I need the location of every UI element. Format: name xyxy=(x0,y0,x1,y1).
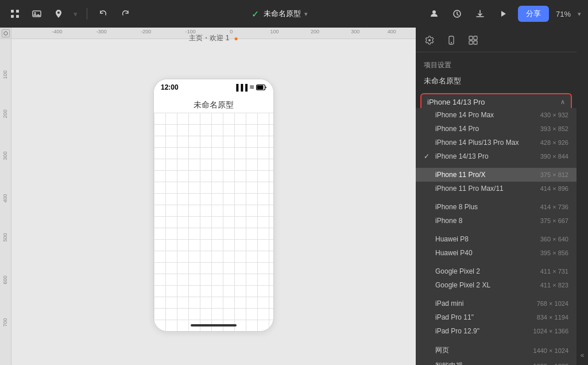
canvas-area[interactable]: -400 -300 -200 -100 0 100 200 300 400 10… xyxy=(0,28,416,365)
dropdown-item[interactable]: iPhone 14 Pro393 × 852 xyxy=(416,122,577,136)
dropdown-item-name: Huawei P8 xyxy=(435,235,528,243)
dropdown-item-size: 768 × 1024 xyxy=(528,300,568,307)
right-panel: 项目设置 未命名原型 iPhone 14/13 Pro ∧ iPhone 14 … xyxy=(416,28,577,365)
device-selector-text: iPhone 14/13 Pro xyxy=(427,98,485,106)
dropdown-item[interactable]: Google Pixel 2 XL411 × 823 xyxy=(416,278,577,292)
dropdown-item-size: 414 × 736 xyxy=(528,203,568,210)
check-icon: ✓ xyxy=(252,9,259,20)
canvas-content[interactable]: 主页・欢迎 1 ● 12:00 ▐▐▐ ≋ 未命名原型 xyxy=(11,28,416,365)
tab-device[interactable] xyxy=(443,32,459,48)
dropdown-item-name: iPhone 8 xyxy=(435,217,528,225)
dropdown-item[interactable]: iPhone 11 Pro Max/11414 × 896 xyxy=(416,182,577,195)
play-icon[interactable] xyxy=(495,6,511,22)
svg-rect-2 xyxy=(11,15,14,18)
project-title-text: 未命名原型 xyxy=(264,9,301,19)
dropdown-item-size: 414 × 896 xyxy=(528,185,568,192)
svg-rect-17 xyxy=(469,36,473,40)
phone-time: 12:00 xyxy=(161,83,179,91)
dropdown-item[interactable]: Huawei P40395 × 856 xyxy=(416,246,577,260)
dropdown-item[interactable]: iPhone 11 Pro/X375 × 812 xyxy=(416,168,577,182)
dropdown-item-size: 1024 × 1366 xyxy=(528,328,568,335)
dropdown-item-name: 网页 xyxy=(435,345,528,355)
dropdown-item[interactable]: 智能电视1920 × 1080 xyxy=(416,358,577,365)
dropdown-item-name: iPad Pro 12.9" xyxy=(435,327,528,335)
dropdown-item-name: 智能电视 xyxy=(435,361,528,365)
dropdown-item-name: Google Pixel 2 XL xyxy=(435,281,528,289)
location-icon[interactable] xyxy=(51,6,67,22)
toolbar-left: ▾ xyxy=(7,6,133,22)
dropdown-item-name: Google Pixel 2 xyxy=(435,267,528,275)
user-icon[interactable] xyxy=(426,6,442,22)
dropdown-item[interactable]: Huawei P8360 × 640 xyxy=(416,232,577,246)
image-icon[interactable] xyxy=(29,6,45,22)
svg-point-6 xyxy=(432,10,436,14)
dropdown-separator xyxy=(416,260,577,264)
dropdown-item-size: 375 × 667 xyxy=(528,217,568,224)
svg-rect-19 xyxy=(469,41,473,44)
device-dropdown[interactable]: iPhone 14 Pro Max430 × 932iPhone 14 Pro3… xyxy=(416,108,577,365)
tab-components[interactable] xyxy=(465,32,481,48)
left-collapse-button[interactable]: « xyxy=(581,351,585,359)
download-icon[interactable] xyxy=(472,6,488,22)
svg-rect-14 xyxy=(257,85,264,89)
settings-section: 项目设置 未命名原型 iPhone 14/13 Pro ∧ iPhone 14 … xyxy=(416,52,577,119)
tab-settings[interactable] xyxy=(421,32,438,48)
dropdown-item[interactable]: iPad Pro 11"834 × 1194 xyxy=(416,310,577,324)
svg-rect-18 xyxy=(474,36,477,40)
zoom-level[interactable]: 71% xyxy=(556,10,571,18)
dropdown-item[interactable]: iPhone 14 Pro Max430 × 932 xyxy=(416,108,577,122)
dropdown-separator xyxy=(416,338,577,343)
project-title[interactable]: 未命名原型 ▾ xyxy=(264,9,308,19)
dropdown-item[interactable]: 网页1440 × 1024 xyxy=(416,343,577,358)
dropdown-item[interactable]: iPad mini768 × 1024 xyxy=(416,297,577,310)
share-button[interactable]: 分享 xyxy=(518,6,549,22)
svg-point-5 xyxy=(34,12,36,14)
grid-icon[interactable] xyxy=(7,6,23,22)
redo-icon[interactable] xyxy=(117,6,133,22)
dropdown-separator xyxy=(416,228,577,232)
project-name-value: 未命名原型 xyxy=(416,74,577,91)
phone-status-icons: ▐▐▐ ≋ xyxy=(234,83,266,91)
dropdown-item[interactable]: iPhone 14 Plus/13 Pro Max428 × 926 xyxy=(416,136,577,149)
clock-icon[interactable] xyxy=(449,6,465,22)
svg-rect-1 xyxy=(16,10,19,13)
dropdown-item-size: 375 × 812 xyxy=(528,171,568,178)
project-title-arrow: ▾ xyxy=(304,10,308,18)
dropdown-item[interactable]: iPad Pro 12.9"1024 × 1366 xyxy=(416,324,577,338)
dropdown-item-size: 390 × 844 xyxy=(528,153,568,160)
dropdown-separator xyxy=(416,163,577,168)
canvas-navigation: 主页・欢迎 1 ● xyxy=(189,33,238,43)
dropdown-item-size: 393 × 852 xyxy=(528,125,568,132)
phone-home-indicator xyxy=(191,324,237,326)
dropdown-item-name: iPhone 14/13 Pro xyxy=(435,152,528,160)
phone-statusbar: 12:00 ▐▐▐ ≋ xyxy=(154,79,273,95)
dropdown-item[interactable]: ✓iPhone 14/13 Pro390 × 844 xyxy=(416,149,577,163)
dropdown-item[interactable]: iPhone 8 Plus414 × 736 xyxy=(416,200,577,214)
phone-screen-grid xyxy=(154,113,273,331)
dropdown-item-size: 360 × 640 xyxy=(528,236,568,243)
dropdown-item-name: iPhone 14 Pro xyxy=(435,125,528,133)
toolbar: ▾ ✓ 未命名原型 ▾ xyxy=(0,0,588,28)
dropdown-item-size: 395 × 856 xyxy=(528,249,568,256)
dropdown-item[interactable]: Google Pixel 2411 × 731 xyxy=(416,264,577,278)
dropdown-item-size: 834 × 1194 xyxy=(528,314,568,321)
dropdown-item-name: iPhone 8 Plus xyxy=(435,203,528,211)
phone-screen-title: 未命名原型 xyxy=(154,95,273,113)
dropdown-item-size: 1440 × 1024 xyxy=(528,347,568,354)
page-nav-dot[interactable]: ● xyxy=(234,34,238,43)
main-area: -400 -300 -200 -100 0 100 200 300 400 10… xyxy=(0,28,588,365)
dropdown-item-name: iPad Pro 11" xyxy=(435,313,528,321)
dropdown-item-name: iPhone 14 Pro Max xyxy=(435,111,528,119)
toolbar-center: ✓ 未命名原型 ▾ xyxy=(252,9,308,20)
dropdown-item-size: 430 × 932 xyxy=(528,112,568,118)
vertical-ruler: 100 200 300 400 500 600 700 xyxy=(0,39,11,365)
phone-frame: 12:00 ▐▐▐ ≋ 未命名原型 xyxy=(153,79,274,332)
left-panel: « xyxy=(577,28,588,365)
dropdown-item-size: 411 × 823 xyxy=(528,282,568,289)
page-nav-label[interactable]: 主页・欢迎 1 xyxy=(189,33,229,43)
dropdown-separator xyxy=(416,195,577,200)
zoom-arrow: ▾ xyxy=(578,10,581,18)
undo-icon[interactable] xyxy=(95,6,111,22)
dropdown-item[interactable]: iPhone 8375 × 667 xyxy=(416,214,577,228)
dropdown-item-name: iPad mini xyxy=(435,299,528,308)
